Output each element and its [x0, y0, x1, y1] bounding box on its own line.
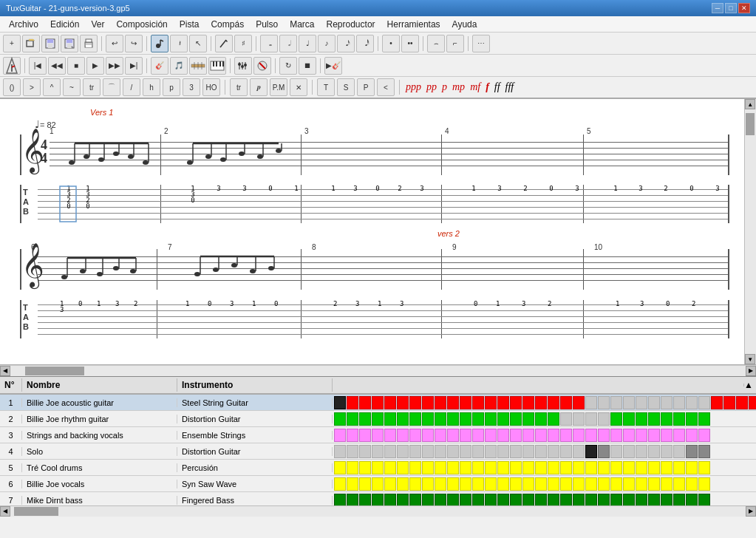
- tapping-button[interactable]: tr: [230, 78, 248, 96]
- bend-button[interactable]: ⌒: [103, 78, 120, 96]
- play-guitar-button[interactable]: ▶🎸: [324, 57, 342, 75]
- track-row-3[interactable]: 3 Strings and backing vocals Ensemble St…: [0, 427, 756, 443]
- record-button[interactable]: ⏹: [299, 57, 316, 75]
- slur-button[interactable]: <: [377, 78, 395, 96]
- dotted-button[interactable]: •: [382, 35, 400, 52]
- quarter-note-button[interactable]: ♩: [299, 35, 316, 52]
- hscroll-left-button[interactable]: ◀: [0, 366, 10, 376]
- track-blocks-4: [333, 443, 756, 460]
- hammer-button[interactable]: h: [143, 78, 160, 96]
- track-row-6[interactable]: 6 Billie Joe vocals Syn Saw Wave: [0, 476, 756, 492]
- menu-composicion[interactable]: Composición: [110, 18, 173, 31]
- more-button[interactable]: ⋯: [472, 35, 490, 52]
- caret-button[interactable]: ^: [43, 78, 61, 96]
- pull-button[interactable]: p: [163, 78, 180, 96]
- tracklist-scroll-thumb[interactable]: [14, 507, 58, 516]
- mute-button[interactable]: [253, 57, 271, 75]
- score-inner[interactable]: Vers 1 ♩= 82: [0, 99, 744, 364]
- block: [460, 445, 471, 458]
- parenthesis-button[interactable]: (): [3, 78, 21, 96]
- guitar-out-button[interactable]: 🎵: [170, 57, 188, 75]
- redo-button[interactable]: ↪: [125, 35, 143, 52]
- trill-button[interactable]: tr: [83, 78, 101, 96]
- selection-button[interactable]: ↖: [189, 35, 207, 52]
- score-area[interactable]: Vers 1 ♩= 82: [0, 99, 756, 365]
- track-row-5[interactable]: 5 Tré Cool drums Percusión: [0, 460, 756, 476]
- edit-note-button[interactable]: [215, 35, 233, 52]
- play-button[interactable]: ▶: [86, 57, 104, 75]
- menu-pista[interactable]: Pista: [174, 18, 205, 31]
- note-cursor-button[interactable]: [151, 35, 168, 52]
- vibrato-button[interactable]: ~: [63, 78, 81, 96]
- menu-reproductor[interactable]: Reproductor: [321, 18, 381, 31]
- print-button[interactable]: [80, 35, 98, 52]
- chord-button[interactable]: [234, 57, 252, 75]
- guitar-in-button[interactable]: 🎸: [151, 57, 168, 75]
- track-row-4[interactable]: 4 Solo Distortion Guitar: [0, 443, 756, 460]
- minimize-button[interactable]: ─: [712, 3, 723, 13]
- scroll-up-button[interactable]: ▲: [745, 99, 755, 109]
- hop-button[interactable]: HO: [202, 78, 220, 96]
- beginning-button[interactable]: |◀: [29, 57, 47, 75]
- tie-button[interactable]: ⌢: [427, 35, 445, 52]
- portamento-button[interactable]: P: [357, 78, 375, 96]
- guitar-neck-button[interactable]: [189, 57, 207, 75]
- hscroll-track: [10, 366, 746, 376]
- track-row-1[interactable]: 1 Billie Joe acoustic guitar Steel Strin…: [0, 395, 756, 411]
- text-insert-button[interactable]: T: [317, 78, 335, 96]
- track-row-7[interactable]: 7 Mike Dirnt bass Fingered Bass: [0, 492, 756, 505]
- block: [686, 445, 698, 458]
- menu-archivo[interactable]: Archivo: [3, 18, 44, 31]
- thirtysecond-note-button[interactable]: 𝅘𝅥𝅰: [356, 35, 374, 52]
- eighth-note-button[interactable]: ♪: [318, 35, 336, 52]
- prev-measure-button[interactable]: ◀◀: [48, 57, 66, 75]
- slide-button[interactable]: /: [123, 78, 140, 96]
- scroll-thumb-v[interactable]: [746, 113, 755, 135]
- menu-compas[interactable]: Compás: [205, 18, 250, 31]
- menu-marca[interactable]: Marca: [284, 18, 320, 31]
- score-hscrollbar[interactable]: ◀ ▶: [0, 365, 756, 375]
- track-row-2[interactable]: 2 Billie Joe rhythm guitar Distortion Gu…: [0, 411, 756, 427]
- tracklist-hscrollbar[interactable]: ◀ ▶: [0, 505, 756, 516]
- open-button[interactable]: [22, 35, 40, 52]
- menu-herramientas[interactable]: Herramientas: [381, 18, 446, 31]
- sharp-button[interactable]: ♯: [234, 35, 252, 52]
- undo-button[interactable]: ↩: [106, 35, 123, 52]
- next-measure-button[interactable]: ▶▶: [106, 57, 123, 75]
- double-dotted-button[interactable]: ••: [401, 35, 419, 52]
- maximize-button[interactable]: □: [725, 3, 737, 13]
- stop-button[interactable]: ■: [67, 57, 85, 75]
- metronome-button[interactable]: [3, 57, 21, 75]
- menu-ayuda[interactable]: Ayuda: [446, 18, 483, 31]
- rest-button[interactable]: 𝄽: [170, 35, 188, 52]
- whole-note-button[interactable]: 𝅝: [260, 35, 278, 52]
- hscroll-right-button[interactable]: ▶: [746, 366, 756, 376]
- sixteenth-note-button[interactable]: 𝅘𝅥𝅯: [337, 35, 355, 52]
- half-note-button[interactable]: 𝅗𝅥: [279, 35, 297, 52]
- block: [535, 494, 547, 506]
- beam-button[interactable]: ⌐: [446, 35, 464, 52]
- score-vscrollbar[interactable]: ▲ ▼: [744, 99, 756, 364]
- menu-edicion[interactable]: Edición: [44, 18, 85, 31]
- triplet-button[interactable]: 3: [183, 78, 200, 96]
- menu-pulso[interactable]: Pulso: [250, 18, 284, 31]
- gt-button[interactable]: >: [23, 78, 41, 96]
- end-button[interactable]: ▶|: [125, 57, 143, 75]
- staccato-button[interactable]: S: [337, 78, 355, 96]
- hscroll-thumb[interactable]: [25, 367, 84, 375]
- tracklist-scroll-left[interactable]: ◀: [0, 506, 10, 517]
- new-button[interactable]: +: [3, 35, 21, 52]
- scroll-down-button[interactable]: ▼: [745, 354, 755, 364]
- muted-note-button[interactable]: ✕: [290, 78, 307, 96]
- save-button[interactable]: [41, 35, 59, 52]
- pm-button[interactable]: P.M: [270, 78, 287, 96]
- block: [585, 412, 597, 426]
- save-as-button[interactable]: +: [61, 35, 78, 52]
- tracklist-scroll-right[interactable]: ▶: [746, 506, 756, 517]
- block: [347, 396, 358, 409]
- piano-button[interactable]: [208, 57, 226, 75]
- menu-ver[interactable]: Ver: [85, 18, 110, 31]
- grace-button[interactable]: 𝆏: [250, 78, 268, 96]
- loop-button[interactable]: ↻: [279, 57, 297, 75]
- close-button[interactable]: ✕: [738, 3, 750, 13]
